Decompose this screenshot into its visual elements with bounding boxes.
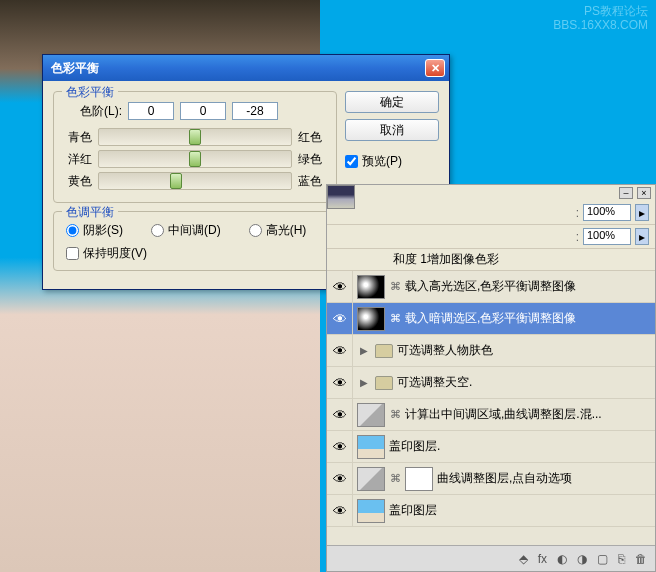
image-thumb-icon (357, 435, 385, 459)
folder-icon (375, 344, 393, 358)
cancel-button[interactable]: 取消 (345, 119, 439, 141)
layer-row[interactable]: 👁 ⌘ 计算出中间调区域,曲线调整图层.混... (327, 399, 655, 431)
layer-name: 曲线调整图层,点自动选项 (437, 470, 651, 487)
radio-shadows[interactable]: 阴影(S) (66, 222, 123, 239)
label-blue: 蓝色 (298, 173, 328, 190)
minimize-icon[interactable]: – (619, 187, 633, 199)
layer-row[interactable]: 👁 ▶ 可选调整天空. (327, 367, 655, 399)
layers-bottom-bar: ⬘ fx ◐ ◑ ▢ ⎘ 🗑 (327, 545, 655, 571)
mask-icon[interactable]: ◐ (557, 552, 567, 566)
opacity-value-2[interactable]: 100% (583, 228, 631, 245)
layer-list: 👁 ⌘ 载入高光选区,色彩平衡调整图像 👁 ⌘ 载入暗调选区,色彩平衡调整图像 … (327, 271, 655, 545)
radio-highlights[interactable]: 高光(H) (249, 222, 307, 239)
slider-yellow-blue[interactable] (98, 172, 292, 190)
trash-icon[interactable]: 🗑 (635, 552, 647, 566)
visibility-icon[interactable]: 👁 (327, 399, 353, 430)
label-red: 红色 (298, 129, 328, 146)
opacity-row-2: : 100% ▸ (327, 225, 655, 249)
level-input-0[interactable] (128, 102, 174, 120)
fx-icon[interactable]: fx (538, 552, 547, 566)
visibility-icon[interactable]: 👁 (327, 495, 353, 526)
ok-button[interactable]: 确定 (345, 91, 439, 113)
label-magenta: 洋红 (62, 151, 92, 168)
visibility-icon[interactable]: 👁 (327, 367, 353, 398)
radio-midtones[interactable]: 中间调(D) (151, 222, 221, 239)
opacity-stepper-1[interactable]: ▸ (635, 204, 649, 221)
layer-name: 盖印图层 (389, 502, 651, 519)
folder-icon (375, 376, 393, 390)
level-input-2[interactable] (232, 102, 278, 120)
panel-controls: – × (327, 185, 655, 201)
layer-name: 可选调整天空. (397, 374, 651, 391)
slider-magenta-green[interactable] (98, 150, 292, 168)
visibility-icon[interactable]: 👁 (327, 335, 353, 366)
layer-name: 可选调整人物肤色 (397, 342, 651, 359)
layer-name: 载入暗调选区,色彩平衡调整图像 (405, 310, 651, 327)
link-icon: ⌘ (389, 312, 401, 325)
layer-row[interactable]: 👁 盖印图层 (327, 495, 655, 527)
layer-caption: 和度 1增加图像色彩 (327, 249, 655, 271)
link-icon: ⌘ (389, 472, 401, 485)
label-cyan: 青色 (62, 129, 92, 146)
opacity-value-1[interactable]: 100% (583, 204, 631, 221)
curves-thumb-icon (357, 467, 385, 491)
visibility-icon[interactable]: 👁 (327, 303, 353, 334)
visibility-icon[interactable]: 👁 (327, 463, 353, 494)
opacity-stepper-2[interactable]: ▸ (635, 228, 649, 245)
link-icon: ⌘ (389, 408, 401, 421)
layer-row[interactable]: 👁 ▶ 可选调整人物肤色 (327, 335, 655, 367)
dialog-title: 色彩平衡 (47, 60, 425, 77)
link-icon: ⌘ (389, 280, 401, 293)
label-yellow: 黄色 (62, 173, 92, 190)
dialog-titlebar[interactable]: 色彩平衡 ✕ (43, 55, 449, 81)
watermark: PS教程论坛 BBS.16XX8.COM (553, 4, 648, 33)
image-thumb-icon (357, 499, 385, 523)
layer-row[interactable]: 👁 ⌘ 载入高光选区,色彩平衡调整图像 (327, 271, 655, 303)
layer-row[interactable]: 👁 ⌘ 曲线调整图层,点自动选项 (327, 463, 655, 495)
disclosure-icon[interactable]: ▶ (357, 345, 371, 356)
legend-color-balance: 色彩平衡 (62, 84, 118, 101)
levels-label: 色阶(L): (80, 103, 122, 120)
visibility-icon[interactable]: 👁 (327, 431, 353, 462)
adjustment-thumb-icon (357, 307, 385, 331)
visibility-icon[interactable]: 👁 (327, 271, 353, 302)
curves-thumb-icon (357, 403, 385, 427)
tone-balance-group: 色调平衡 阴影(S) 中间调(D) 高光(H) 保持明度(V) (53, 211, 337, 271)
checkbox-preview[interactable]: 预览(P) (345, 153, 439, 170)
legend-tone-balance: 色调平衡 (62, 204, 118, 221)
layers-panel: – × : 100% ▸ : 100% ▸ 和度 1增加图像色彩 👁 ⌘ 载入高… (326, 184, 656, 572)
color-balance-group: 色彩平衡 色阶(L): 青色 红色 洋红 绿色 (53, 91, 337, 203)
new-layer-icon[interactable]: ⎘ (618, 552, 625, 566)
link-layers-icon[interactable]: ⬘ (519, 552, 528, 566)
layer-name: 载入高光选区,色彩平衡调整图像 (405, 278, 651, 295)
checkbox-preserve-luminosity[interactable]: 保持明度(V) (66, 245, 328, 262)
level-input-1[interactable] (180, 102, 226, 120)
adjustment-thumb-icon (357, 275, 385, 299)
layer-name: 计算出中间调区域,曲线调整图层.混... (405, 406, 651, 423)
adjustment-icon[interactable]: ◑ (577, 552, 587, 566)
layer-name: 盖印图层. (389, 438, 651, 455)
label-green: 绿色 (298, 151, 328, 168)
close-panel-icon[interactable]: × (637, 187, 651, 199)
opacity-row-1: : 100% ▸ (327, 201, 655, 225)
slider-cyan-red[interactable] (98, 128, 292, 146)
group-icon[interactable]: ▢ (597, 552, 608, 566)
close-button[interactable]: ✕ (425, 59, 445, 77)
layer-row[interactable]: 👁 ⌘ 载入暗调选区,色彩平衡调整图像 (327, 303, 655, 335)
disclosure-icon[interactable]: ▶ (357, 377, 371, 388)
layer-row[interactable]: 👁 盖印图层. (327, 431, 655, 463)
mask-thumb-icon (405, 467, 433, 491)
